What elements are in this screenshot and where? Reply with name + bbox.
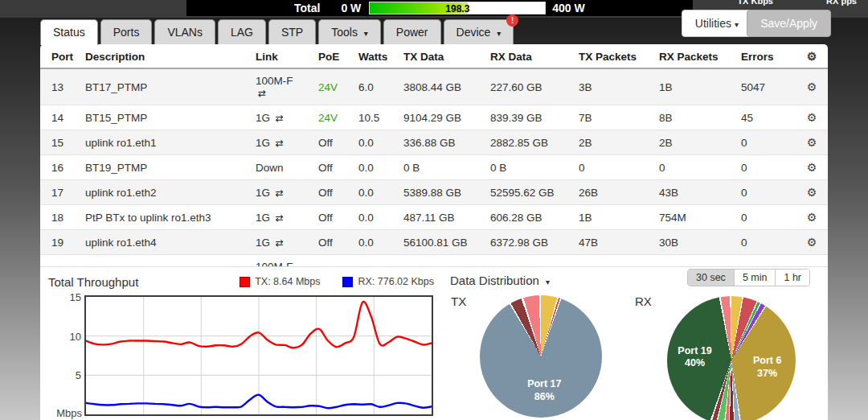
table-row-port-14[interactable]: 14BT15_PTMP1G ⇄24V10.59104.29 GB839.39 G… [40, 105, 828, 130]
table-row-port-15[interactable]: 15uplink ro1.eth11G ⇄Off0.0336.88 GB2882… [40, 130, 828, 155]
throughput-chart: 15105Mbps [84, 295, 433, 416]
table-row-port-16[interactable]: 16BT19_PTMPDownOff0.00 B0 B000⚙ [40, 155, 828, 180]
gear-icon[interactable]: ⚙ [807, 50, 817, 63]
tab-vlans[interactable]: VLANs [154, 19, 215, 44]
cell-description: BT19_PTMP [79, 155, 249, 180]
cell-errors: 0 [735, 255, 804, 267]
range-button-5-min[interactable]: 5 min [735, 270, 776, 286]
cell-description: BT17_PTMP [79, 68, 249, 105]
legend-text: TX: 8.64 Mbps [255, 276, 320, 287]
column-header: TX Data [397, 44, 484, 68]
duplex-arrows-icon: ⇄ [276, 237, 284, 249]
alert-badge: ! [506, 14, 518, 27]
tab-label: Tools [331, 26, 358, 39]
column-header: TX Packets [572, 44, 653, 68]
cell-port: 13 [40, 68, 79, 105]
tab-label: Power [396, 26, 428, 39]
cell-poe: Off [312, 255, 352, 267]
pie-slice-label: Port 637% [753, 356, 781, 381]
gear-icon[interactable]: ⚙ [807, 236, 817, 249]
chevron-down-icon: ▾ [497, 29, 501, 38]
cell-rx-data: 606.28 GB [484, 205, 572, 230]
table-row-port-19[interactable]: 19uplink ro1.eth41G ⇄Off0.056100.81 GB63… [40, 230, 828, 255]
cell-errors: 45 [735, 105, 804, 130]
gear-icon[interactable]: ⚙ [807, 80, 817, 93]
cell-rx-data: 6372.98 GB [484, 230, 572, 255]
gear-icon[interactable]: ⚙ [807, 161, 817, 174]
throughput-title: Total Throughput [48, 275, 138, 289]
data-distribution-panel: Data Distribution ▾ 30 sec5 min1 hr TX R… [450, 267, 820, 420]
cell-description: uplink ro1.eth4 [79, 230, 249, 255]
data-distribution-title: Data Distribution [450, 274, 539, 287]
tab-label: Status [53, 26, 85, 39]
gear-icon[interactable]: ⚙ [807, 136, 817, 149]
tab-tools[interactable]: Tools ▾ [318, 19, 381, 44]
table-header-row: PortDescriptionLinkPoEWattsTX DataRX Dat… [40, 44, 828, 68]
cell-rx-data: 1.62 GB [484, 255, 572, 267]
column-header: Link [249, 44, 312, 68]
legend-text: RX: 776.02 Kbps [358, 276, 434, 287]
tab-label: Ports [113, 26, 140, 39]
column-header: Watts [352, 44, 397, 68]
table-row-port-13[interactable]: 13BT17_PTMP100M-F ⇄24V6.03808.44 GB227.6… [40, 68, 828, 105]
range-button-1-hr[interactable]: 1 hr [776, 270, 809, 286]
time-range-selector: 30 sec5 min1 hr [687, 269, 810, 286]
cell-link: 1G ⇄ [249, 205, 312, 230]
table-row-port-17[interactable]: 17uplink ro1.eth21G ⇄Off0.05389.88 GB525… [40, 180, 828, 205]
cell-port: 20 [40, 255, 79, 267]
column-header: PoE [312, 44, 352, 68]
y-axis-tick: 15 [57, 291, 81, 303]
range-button-30-sec[interactable]: 30 sec [688, 270, 735, 286]
legend-swatch [240, 277, 250, 287]
gear-icon[interactable]: ⚙ [807, 186, 817, 199]
duplex-arrows-icon: ⇄ [276, 212, 284, 224]
utilities-button-label: Utilities [695, 17, 731, 30]
duplex-arrows-icon: ⇄ [276, 187, 284, 199]
legend-item: TX: 8.64 Mbps [240, 276, 320, 287]
poe-usage-meter: 198.3 [369, 2, 546, 14]
cell-rx-packets: 1B [653, 68, 735, 105]
column-header: RX Packets [653, 44, 735, 68]
tab-stp[interactable]: STP [268, 19, 316, 44]
cell-poe: Off [312, 130, 352, 155]
column-header: RX Data [484, 44, 572, 68]
tab-ports[interactable]: Ports [100, 19, 153, 44]
cell-watts: 6.0 [352, 68, 397, 105]
tab-label: LAG [231, 26, 253, 39]
utilities-button[interactable]: Utilities▾ [682, 10, 752, 37]
cell-tx-packets: 47B [572, 230, 653, 255]
cell-description: BT15_PTMP [79, 105, 249, 130]
table-row-port-20[interactable]: 20BTx_CPE100M-F ⇄Off0.09.31 GB1.62 GB17M… [40, 255, 828, 267]
cell-watts: 0.0 [352, 180, 397, 205]
cell-link: 100M-F ⇄ [249, 255, 312, 267]
tx-distribution-pie: Port 1786% [480, 295, 602, 418]
gear-icon[interactable]: ⚙ [807, 211, 817, 224]
cell-description: BTx_CPE [79, 255, 249, 267]
cell-rx-data: 2882.85 GB [484, 130, 572, 155]
data-distribution-dropdown[interactable]: Data Distribution ▾ [450, 274, 550, 287]
cell-link: 1G ⇄ [249, 105, 312, 130]
cell-link: 1G ⇄ [249, 230, 312, 255]
tab-device[interactable]: Device ▾! [444, 19, 514, 44]
cell-link: 100M-F ⇄ [249, 68, 312, 105]
rx-pps-column-label: RX pps [826, 0, 857, 6]
poe-meter-group: Total 0 W 198.3 400 W [186, 0, 693, 16]
tab-status[interactable]: Status [40, 19, 98, 45]
table-row-port-18[interactable]: 18PtP BTx to uplink ro1.eth31G ⇄Off0.048… [40, 205, 828, 230]
cell-rx-data: 227.60 GB [484, 68, 572, 105]
save-apply-button[interactable]: Save/Apply [747, 10, 831, 37]
cell-rx-packets: 754M [653, 205, 735, 230]
cell-rx-packets: 7M [653, 255, 735, 267]
cell-rx-data: 839.39 GB [484, 105, 572, 130]
cell-poe: Off [312, 180, 352, 205]
cell-rx-packets: 8B [653, 105, 735, 130]
tab-power[interactable]: Power [383, 19, 441, 44]
cell-tx-packets: 7B [572, 105, 653, 130]
cell-watts: 0.0 [352, 255, 397, 267]
cell-poe: Off [312, 205, 352, 230]
legend-item: RX: 776.02 Kbps [342, 276, 434, 287]
gear-icon[interactable]: ⚙ [807, 111, 817, 124]
cell-rx-data: 0 B [484, 155, 572, 180]
tab-lag[interactable]: LAG [218, 19, 266, 44]
port-table-scroll-area[interactable]: PortDescriptionLinkPoEWattsTX DataRX Dat… [40, 44, 828, 266]
